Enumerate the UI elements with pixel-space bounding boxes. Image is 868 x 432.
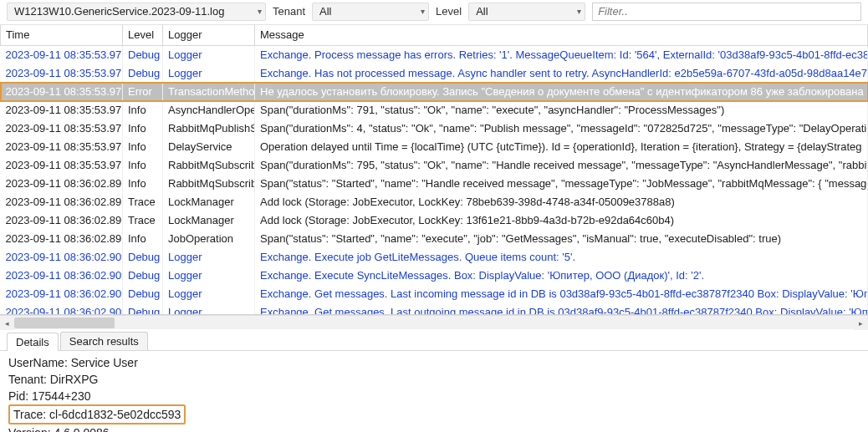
cell-time: 2023-09-11 08:35:53.971 bbox=[1, 83, 123, 101]
detail-pid: Pid: 17544+230 bbox=[8, 388, 860, 404]
cell-logger: LockManager bbox=[163, 211, 255, 230]
cell-time: 2023-09-11 08:36:02.909 bbox=[1, 248, 123, 267]
table-row[interactable]: 2023-09-11 08:36:02.896InfoJobOperationS… bbox=[1, 230, 868, 248]
cell-logger: LockManager bbox=[163, 193, 255, 211]
cell-time: 2023-09-11 08:36:02.909 bbox=[1, 285, 123, 303]
table-row[interactable]: 2023-09-11 08:36:02.896TraceLockManagerA… bbox=[1, 211, 868, 230]
cell-time: 2023-09-11 08:36:02.896 bbox=[1, 175, 123, 193]
cell-logger: Logger bbox=[163, 303, 255, 316]
cell-message: Exchange. Execute job GetLiteMessages. Q… bbox=[255, 248, 868, 267]
table-row[interactable]: 2023-09-11 08:36:02.896TraceLockManagerA… bbox=[1, 193, 868, 211]
cell-logger: DelayService bbox=[163, 138, 255, 156]
cell-logger: RabbitMqPublishS bbox=[163, 119, 255, 138]
col-time[interactable]: Time bbox=[1, 25, 123, 45]
cell-logger: Logger bbox=[163, 64, 255, 83]
cell-time: 2023-09-11 08:36:02.896 bbox=[1, 211, 123, 230]
cell-level: Info bbox=[123, 119, 163, 138]
cell-logger: TransactionMethod bbox=[163, 83, 255, 101]
cell-message: Span("durationMs": 791, "status": "Ok", … bbox=[255, 101, 868, 119]
log-table: Time Level Logger Message 2023-09-11 08:… bbox=[0, 25, 868, 315]
cell-level: Trace bbox=[123, 211, 163, 230]
cell-level: Info bbox=[123, 230, 163, 248]
log-table-wrap: Time Level Logger Message 2023-09-11 08:… bbox=[0, 25, 868, 315]
table-row[interactable]: 2023-09-11 08:36:02.909DebugLoggerExchan… bbox=[1, 285, 868, 303]
cell-logger: RabbitMqSubscrib bbox=[163, 175, 255, 193]
tab-details[interactable]: Details bbox=[7, 333, 59, 351]
table-row[interactable]: 2023-09-11 08:35:53.971DebugLoggerExchan… bbox=[1, 45, 868, 64]
cell-level: Trace bbox=[123, 193, 163, 211]
toolbar: W1213W10.GenericService.2023-09-11.log ▾… bbox=[0, 0, 868, 25]
cell-message: Exchange. Execute SyncLiteMessages. Box:… bbox=[255, 267, 868, 285]
col-message[interactable]: Message bbox=[255, 25, 868, 45]
cell-logger: JobOperation bbox=[163, 230, 255, 248]
tenant-label: Tenant bbox=[273, 5, 305, 18]
cell-time: 2023-09-11 08:36:02.909 bbox=[1, 267, 123, 285]
cell-message: Span("durationMs": 795, "status": "Ok", … bbox=[255, 156, 868, 175]
cell-level: Debug bbox=[123, 248, 163, 267]
table-row[interactable]: 2023-09-11 08:35:53.971InfoRabbitMqSubsc… bbox=[1, 156, 868, 175]
chevron-down-icon: ▾ bbox=[253, 7, 262, 16]
cell-logger: RabbitMqSubscrib bbox=[163, 156, 255, 175]
log-header-row: Time Level Logger Message bbox=[1, 25, 868, 45]
cell-logger: Logger bbox=[163, 45, 255, 64]
cell-level: Info bbox=[123, 101, 163, 119]
cell-message: Operation delayed until Time = {localTim… bbox=[255, 138, 868, 156]
cell-time: 2023-09-11 08:36:02.909 bbox=[1, 303, 123, 316]
scroll-thumb[interactable] bbox=[14, 318, 115, 328]
table-row[interactable]: 2023-09-11 08:35:53.971DebugLoggerExchan… bbox=[1, 64, 868, 83]
cell-time: 2023-09-11 08:36:02.896 bbox=[1, 230, 123, 248]
tenant-dropdown[interactable]: All ▾ bbox=[312, 3, 429, 21]
cell-level: Error bbox=[123, 83, 163, 101]
tab-search-results[interactable]: Search results bbox=[60, 332, 148, 350]
detail-tenant: Tenant: DirRXPG bbox=[8, 371, 860, 388]
cell-message: Exchange. Get messages. Last incoming me… bbox=[255, 285, 868, 303]
detail-tabs: Details Search results bbox=[0, 329, 868, 351]
cell-time: 2023-09-11 08:35:53.971 bbox=[1, 64, 123, 83]
cell-message: Add lock (Storage: JobExecutor, LockKey:… bbox=[255, 193, 868, 211]
cell-level: Debug bbox=[123, 45, 163, 64]
file-dropdown-value: W1213W10.GenericService.2023-09-11.log bbox=[14, 5, 224, 18]
horizontal-scrollbar[interactable]: ◂ ▸ bbox=[0, 315, 868, 329]
detail-trace: Trace: cl-6dcd1832-5e02dcc593 bbox=[8, 404, 860, 424]
level-label: Level bbox=[436, 5, 462, 18]
cell-time: 2023-09-11 08:35:53.971 bbox=[1, 101, 123, 119]
cell-level: Debug bbox=[123, 64, 163, 83]
table-row[interactable]: 2023-09-11 08:35:53.971InfoAsyncHandlerO… bbox=[1, 101, 868, 119]
cell-time: 2023-09-11 08:35:53.971 bbox=[1, 45, 123, 64]
tenant-dropdown-value: All bbox=[319, 5, 331, 18]
cell-level: Info bbox=[123, 138, 163, 156]
cell-time: 2023-09-11 08:35:53.971 bbox=[1, 138, 123, 156]
table-row[interactable]: 2023-09-11 08:35:53.971InfoDelayServiceO… bbox=[1, 138, 868, 156]
cell-time: 2023-09-11 08:35:53.971 bbox=[1, 119, 123, 138]
cell-level: Debug bbox=[123, 303, 163, 316]
scroll-right-button[interactable]: ▸ bbox=[854, 316, 868, 330]
table-row[interactable]: 2023-09-11 08:35:53.971ErrorTransactionM… bbox=[1, 83, 868, 101]
cell-time: 2023-09-11 08:36:02.896 bbox=[1, 193, 123, 211]
filter-input[interactable] bbox=[592, 3, 861, 21]
level-dropdown[interactable]: All ▾ bbox=[468, 3, 585, 21]
detail-version: Version: 4.6.0.0086 bbox=[8, 424, 860, 432]
col-logger[interactable]: Logger bbox=[163, 25, 255, 45]
cell-message: Exchange. Process message has errors. Re… bbox=[255, 45, 868, 64]
chevron-down-icon: ▾ bbox=[572, 7, 581, 16]
table-row[interactable]: 2023-09-11 08:36:02.896InfoRabbitMqSubsc… bbox=[1, 175, 868, 193]
table-row[interactable]: 2023-09-11 08:36:02.909DebugLoggerExchan… bbox=[1, 303, 868, 316]
scroll-left-button[interactable]: ◂ bbox=[0, 316, 14, 330]
trace-highlight: Trace: cl-6dcd1832-5e02dcc593 bbox=[8, 404, 186, 424]
cell-logger: Logger bbox=[163, 285, 255, 303]
file-dropdown[interactable]: W1213W10.GenericService.2023-09-11.log ▾ bbox=[7, 3, 266, 21]
cell-time: 2023-09-11 08:35:53.971 bbox=[1, 156, 123, 175]
cell-level: Info bbox=[123, 156, 163, 175]
cell-message: Span("status": "Started", "name": "Handl… bbox=[255, 175, 868, 193]
table-row[interactable]: 2023-09-11 08:35:53.971InfoRabbitMqPubli… bbox=[1, 119, 868, 138]
table-row[interactable]: 2023-09-11 08:36:02.909DebugLoggerExchan… bbox=[1, 248, 868, 267]
level-dropdown-value: All bbox=[476, 5, 488, 18]
cell-logger: AsyncHandlerOpe bbox=[163, 101, 255, 119]
cell-message: Exchange. Get messages. Last outgoing me… bbox=[255, 303, 868, 316]
cell-message: Не удалось установить блокировку. Запись… bbox=[255, 83, 868, 101]
chevron-down-icon: ▾ bbox=[416, 7, 425, 16]
col-level[interactable]: Level bbox=[123, 25, 163, 45]
cell-message: Span("durationMs": 4, "status": "Ok", "n… bbox=[255, 119, 868, 138]
table-row[interactable]: 2023-09-11 08:36:02.909DebugLoggerExchan… bbox=[1, 267, 868, 285]
detail-username: UserName: Service User bbox=[8, 354, 860, 371]
